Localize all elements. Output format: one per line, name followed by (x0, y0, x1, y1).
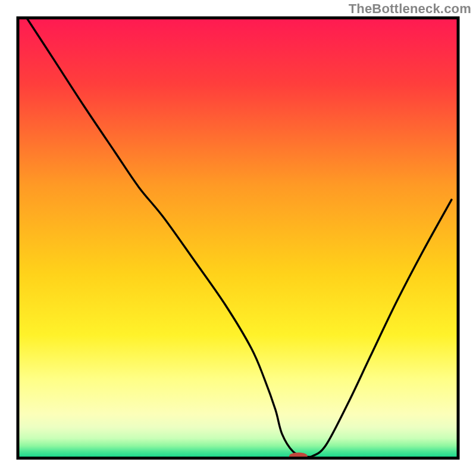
bottleneck-chart (0, 0, 476, 476)
plot-background (18, 18, 458, 458)
watermark-text: TheBottleneck.com (349, 1, 471, 17)
plot-area (18, 18, 458, 461)
